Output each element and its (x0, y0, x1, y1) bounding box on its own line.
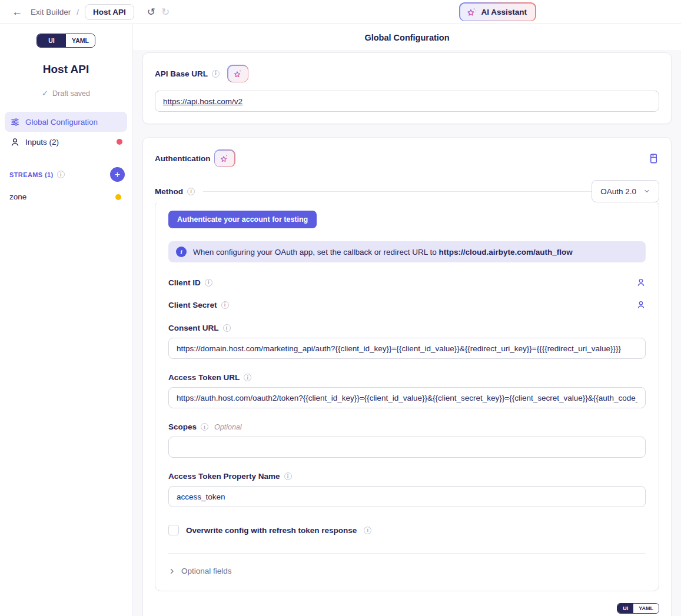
sidebar-item-global-configuration[interactable]: Global Configuration (5, 112, 127, 132)
client-id-row: Client ID i (168, 278, 646, 287)
info-icon: i (57, 171, 65, 178)
user-icon (9, 137, 20, 147)
check-icon: ✓ (42, 89, 48, 98)
access-token-property-field: Access Token Property Name i (168, 472, 646, 507)
ai-assistant-label: AI Assistant (481, 8, 527, 16)
sidebar-nav: Global Configuration Inputs (2) (0, 112, 132, 152)
info-icon: i (212, 70, 220, 78)
auth-method-value: OAuth 2.0 (600, 187, 636, 196)
authentication-card: Authentication (142, 137, 672, 616)
scopes-field: Scopes i Optional (168, 422, 646, 458)
info-icon: i (205, 279, 212, 287)
toggle-yaml-segment[interactable]: YAML (66, 34, 95, 47)
access-token-url-input[interactable] (168, 387, 646, 408)
banner-callback-url: https://cloud.airbyte.com/auth_flow (439, 248, 572, 257)
stream-name: zone (9, 192, 26, 201)
authenticate-button[interactable]: Authenticate your account for testing (168, 211, 317, 228)
access-token-property-label: Access Token Property Name (168, 472, 280, 481)
ai-sparkle-icon (466, 6, 477, 18)
user-secret-icon[interactable] (636, 278, 646, 287)
client-secret-row: Client Secret i (168, 300, 646, 309)
streams-header: STREAMS (1) i + (9, 167, 125, 182)
oauth-info-banner: i When configuring your OAuth app, set t… (168, 241, 646, 262)
streams-header-label: STREAMS (1) (9, 171, 54, 178)
consent-url-input[interactable] (168, 338, 646, 359)
info-icon: i (244, 374, 251, 381)
stream-warning-dot (115, 194, 121, 200)
ai-sparkle-icon (233, 69, 243, 79)
ai-assistant-button[interactable]: AI Assistant (459, 2, 536, 21)
ai-suggest-button[interactable] (214, 149, 235, 167)
page-title: Global Configuration (133, 24, 681, 51)
chevron-right-icon (168, 568, 175, 575)
access-token-property-input[interactable] (168, 486, 646, 507)
ai-suggest-button[interactable] (227, 65, 248, 82)
sliders-icon (9, 117, 20, 127)
undo-redo-group: ↺ ↻ (146, 5, 171, 19)
overwrite-config-label: Overwrite config with refresh token resp… (186, 526, 357, 535)
info-icon: i (201, 423, 208, 431)
top-bar: ← Exit Builder / Host API ↺ ↻ AI Assista… (0, 0, 681, 24)
sidebar-item-inputs[interactable]: Inputs (2) (5, 132, 127, 152)
inputs-error-dot (117, 139, 122, 145)
card-ui-yaml-toggle[interactable]: UI YAML (617, 603, 659, 614)
scopes-label: Scopes (168, 422, 197, 431)
project-name-chip[interactable]: Host API (85, 4, 134, 20)
info-icon: i (223, 324, 231, 332)
ai-sparkle-icon (220, 154, 230, 164)
scopes-input[interactable] (168, 437, 646, 458)
info-icon: i (187, 188, 195, 195)
chevron-down-icon (643, 188, 650, 195)
method-label: Method (155, 187, 183, 196)
toggle-yaml-segment[interactable]: YAML (633, 604, 659, 613)
exit-builder-link[interactable]: Exit Builder (31, 8, 71, 16)
client-id-label: Client ID (168, 278, 201, 287)
optional-fields-label: Optional fields (181, 567, 232, 575)
undo-icon[interactable]: ↺ (146, 5, 157, 19)
api-base-url-input[interactable] (155, 91, 659, 112)
overwrite-config-checkbox[interactable] (168, 525, 179, 535)
banner-text: When configuring your OAuth app, set the… (193, 248, 573, 257)
add-stream-button[interactable]: + (110, 167, 125, 182)
sidebar-item-label: Inputs (2) (25, 138, 59, 146)
authentication-label: Authentication (155, 154, 211, 163)
oauth-config-group: Authenticate your account for testing i … (155, 201, 659, 591)
user-secret-icon[interactable] (636, 300, 646, 309)
method-divider-line (203, 191, 592, 192)
overwrite-config-row: Overwrite config with refresh token resp… (168, 525, 646, 535)
consent-url-field: Consent URL i (168, 324, 646, 359)
optional-fields-toggle[interactable]: Optional fields (168, 554, 646, 591)
docs-book-icon[interactable] (648, 153, 659, 164)
optional-tag: Optional (214, 423, 242, 431)
access-token-url-label: Access Token URL (168, 373, 240, 382)
breadcrumb: ← Exit Builder / Host API ↺ ↻ (9, 4, 171, 20)
redo-icon: ↻ (160, 5, 171, 19)
info-circle-icon: i (176, 247, 187, 257)
draft-status-label: Draft saved (52, 89, 90, 98)
sidebar-item-label: Global Configuration (25, 118, 98, 126)
sidebar: UI YAML Host API ✓ Draft saved Global Co… (0, 24, 132, 616)
back-arrow-icon[interactable]: ← (9, 5, 25, 18)
info-icon: i (221, 301, 229, 309)
connector-title: Host API (0, 63, 132, 76)
info-icon: i (364, 527, 371, 534)
sidebar-ui-yaml-toggle[interactable]: UI YAML (36, 34, 95, 48)
breadcrumb-separator: / (77, 8, 79, 16)
api-base-url-card: API Base URL i (142, 52, 672, 124)
info-icon: i (284, 472, 292, 480)
consent-url-label: Consent URL (168, 324, 219, 332)
toggle-ui-segment[interactable]: UI (37, 34, 66, 47)
api-base-url-label: API Base URL (155, 69, 208, 78)
auth-method-select[interactable]: OAuth 2.0 (592, 180, 659, 202)
client-secret-label: Client Secret (168, 301, 217, 309)
draft-status: ✓ Draft saved (0, 89, 132, 98)
main-panel: Global Configuration API Base URL i (133, 24, 681, 616)
access-token-url-field: Access Token URL i (168, 373, 646, 408)
toggle-ui-segment[interactable]: UI (617, 604, 633, 613)
sidebar-stream-zone[interactable]: zone (9, 192, 121, 201)
